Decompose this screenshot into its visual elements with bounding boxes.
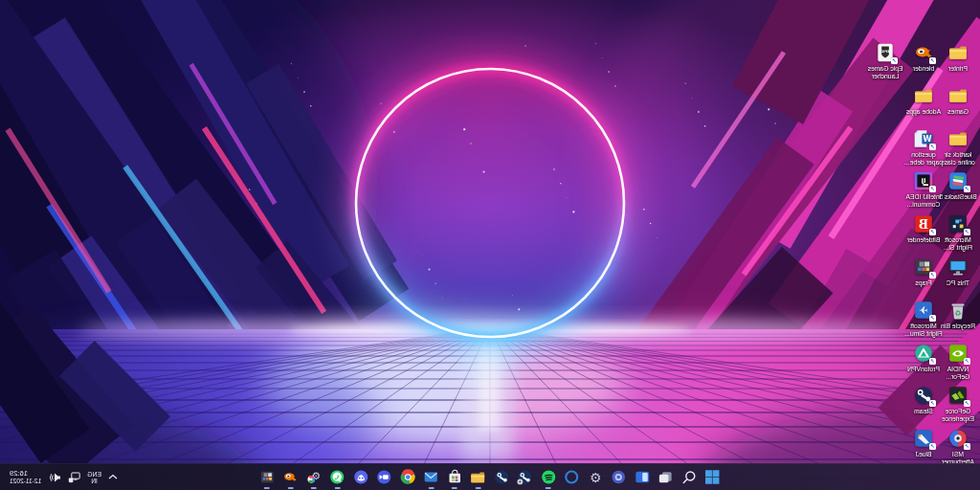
- taskbar-button-steam-notification[interactable]: [517, 469, 534, 486]
- shortcut-arrow-icon: ↗: [964, 358, 970, 365]
- desktop-icon-protonvpn[interactable]: ↗ProtonVPN: [902, 343, 945, 373]
- taskbar-button-microsoft-store[interactable]: [446, 469, 463, 486]
- desktop-icon-label: Games: [947, 108, 969, 116]
- running-indicator: [311, 487, 317, 489]
- taskbar-buttons: ⚙⚙: [258, 464, 722, 490]
- running-indicator: [335, 487, 341, 489]
- desktop-icon-label: This PC: [947, 279, 969, 287]
- taskbar-button-search[interactable]: [680, 469, 698, 486]
- task-view-icon: [657, 469, 674, 485]
- speaker-icon: [48, 472, 61, 483]
- taskbar-button-blue-ring-app[interactable]: [564, 469, 581, 486]
- folder-icon: [947, 128, 969, 149]
- taskbar-button-cortana[interactable]: [611, 469, 628, 486]
- shortcut-arrow-icon: ↗: [964, 443, 970, 450]
- desktop-icon-epic-games-launcher[interactable]: EPIC↗Epic Games Launcher: [864, 42, 906, 80]
- shortcut-arrow-icon: ↗: [891, 57, 898, 64]
- desktop-icon-question-paper[interactable]: W↗question paper debe...: [902, 128, 945, 167]
- desktop-icon-blender[interactable]: ↗blender: [902, 42, 945, 73]
- discord-icon: [353, 469, 369, 485]
- spotify-icon: [541, 469, 557, 485]
- desktop-icon-bitdefender[interactable]: B↗Bitdefender: [902, 213, 945, 244]
- taskbar-button-whatsapp[interactable]: [329, 469, 346, 486]
- volume-button[interactable]: [48, 472, 61, 483]
- taskbar-button-blender[interactable]: [282, 469, 300, 486]
- whatsapp-icon: [329, 469, 345, 485]
- clock-time: 16:29: [10, 470, 28, 478]
- svg-text:✈: ✈: [919, 304, 927, 317]
- settings-icon: ⚙: [588, 469, 604, 485]
- tray-clock[interactable]: 16:29 12-11-2021: [10, 470, 41, 485]
- tray-language-indicator[interactable]: ENG IN: [87, 471, 101, 484]
- running-indicator: [429, 487, 434, 489]
- running-indicator: [476, 487, 481, 489]
- desktop-icon-label: BlueStacks 5: [939, 193, 977, 201]
- desktop-icon-label: Fraps: [915, 279, 931, 287]
- taskbar-button-mail[interactable]: [423, 469, 440, 486]
- desktop-icon-intellij-idea[interactable]: IJ↗IntelliJ IDEA Communi...: [902, 170, 945, 209]
- taskbar-button-discord[interactable]: [352, 469, 369, 486]
- system-tray: ENG IN 16:29 12-11-2021: [0, 464, 118, 490]
- taskbar-button-utility-gears[interactable]: ⚙: [305, 469, 323, 486]
- epic-icon: EPIC↗: [875, 42, 896, 63]
- chrome-icon: [400, 469, 416, 485]
- thispc-icon: [947, 256, 969, 278]
- shortcut-arrow-icon: ↗: [929, 186, 936, 192]
- chevron-up-icon: [108, 474, 118, 480]
- fraps-icon: [259, 469, 276, 485]
- blue-ring-app-icon: [564, 469, 580, 485]
- desktop-icon-bluej[interactable]: ↗BlueJ: [902, 428, 945, 458]
- folder-icon: [913, 85, 934, 106]
- taskbar-button-start[interactable]: [704, 469, 722, 486]
- desktop-icon-adobe-apps[interactable]: Adobe apps: [902, 85, 945, 116]
- desktop-icon-steam[interactable]: ↗Steam: [902, 385, 945, 415]
- bluestacks-icon: ↗: [947, 170, 969, 191]
- taskbar-button-fraps[interactable]: [258, 469, 276, 486]
- blender-icon: ↗: [913, 42, 934, 63]
- desktop-icon-label: NVIDIA GeFor...: [947, 366, 970, 381]
- desktop-icon-label: Bitdefender: [907, 236, 941, 244]
- desktop-icon-label: Printer: [948, 65, 968, 73]
- taskbar-button-spotify[interactable]: [540, 469, 557, 486]
- shortcut-arrow-icon: ↗: [929, 400, 936, 407]
- steam-icon: ↗: [913, 385, 934, 406]
- taskbar-button-chrome[interactable]: [399, 469, 416, 486]
- desktop-icon-label: Microsoft Flight Si...: [944, 236, 972, 252]
- mail-icon: [423, 469, 439, 485]
- desktop-icon-label: Steam: [914, 408, 933, 415]
- network-button[interactable]: [68, 472, 80, 483]
- svg-text:♻: ♻: [954, 308, 961, 317]
- running-indicator: [452, 487, 457, 489]
- taskbar-button-zoom[interactable]: [376, 469, 393, 486]
- taskbar-button-settings[interactable]: ⚙: [587, 469, 604, 486]
- desktop-icon-label: GeForce Experience: [942, 408, 974, 423]
- file-explorer-icon: [470, 469, 486, 485]
- shortcut-arrow-icon: ↗: [964, 186, 970, 192]
- geforce-icon: ↗: [947, 385, 969, 406]
- taskbar-button-task-view[interactable]: [657, 469, 675, 486]
- desktop-icon-label: Microsoft Flight Simu...: [904, 323, 943, 338]
- intellij-icon: IJ↗: [913, 170, 934, 191]
- tray-show-hidden-icons-button[interactable]: [108, 474, 118, 480]
- blender-icon: [282, 469, 299, 485]
- taskbar-button-steam[interactable]: [493, 469, 510, 486]
- taskbar-button-widgets[interactable]: [634, 469, 651, 486]
- word-icon: W↗: [913, 128, 934, 149]
- svg-text:W: W: [923, 133, 931, 143]
- desktop-icon-label: Adobe apps: [906, 108, 941, 116]
- desktop-icon-microsoft-flight-simu[interactable]: ✈↗Microsoft Flight Simu...: [902, 300, 945, 338]
- running-indicator: [546, 487, 551, 489]
- shortcut-arrow-icon: ↗: [929, 229, 936, 235]
- shortcut-arrow-icon: ↗: [964, 400, 970, 407]
- shortcut-arrow-icon: ↗: [929, 144, 936, 150]
- utility-gears-icon: ⚙: [306, 469, 323, 485]
- start-icon: [704, 469, 721, 485]
- desktop-icon-label: BlueJ: [916, 451, 932, 458]
- desktop-icon-label: ProtonVPN: [907, 366, 940, 373]
- nvidia-icon: ↗: [947, 343, 969, 364]
- taskbar-button-file-explorer[interactable]: [470, 469, 487, 486]
- desktop-icon-fraps[interactable]: ↗Fraps: [902, 256, 945, 287]
- widgets-icon: [635, 469, 651, 485]
- screenshot: PrinterGameskartick sir online class↗Blu…: [0, 0, 980, 490]
- protonvpn-icon: ↗: [913, 343, 934, 364]
